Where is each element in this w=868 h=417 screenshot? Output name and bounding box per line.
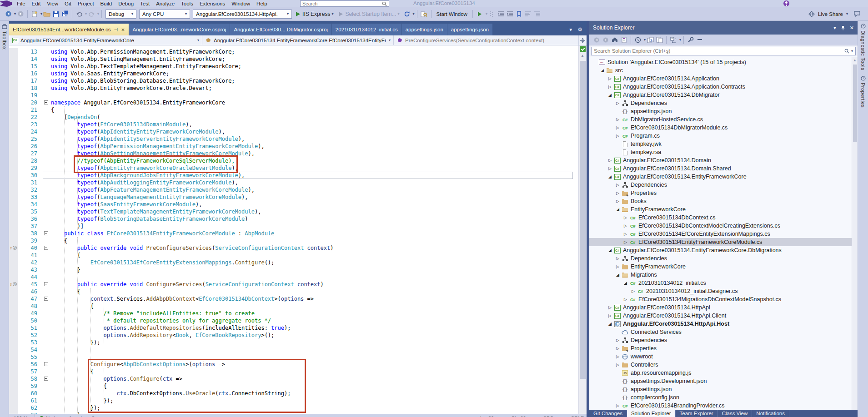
expander-collapsed-icon[interactable]: ▷ bbox=[614, 264, 621, 269]
document-tab[interactable]: appsettings.json bbox=[447, 24, 492, 35]
tree-item[interactable]: ◢Anggular.EfCore03015134.HttpApi.Host bbox=[589, 320, 852, 328]
expander-collapsed-icon[interactable]: ▷ bbox=[607, 76, 613, 81]
expander-expanded-icon[interactable]: ◢ bbox=[622, 281, 629, 285]
expander-collapsed-icon[interactable]: ▷ bbox=[614, 117, 621, 122]
navigate-back-icon[interactable] bbox=[5, 10, 12, 18]
gutter-margin[interactable] bbox=[9, 114, 18, 121]
tree-item[interactable]: ▷C#Anggular.EfCore03015134.Domain.Shared bbox=[589, 164, 852, 173]
editor-vertical-scrollbar[interactable]: ▲ bbox=[578, 45, 587, 414]
redo-dropdown[interactable]: ▾ bbox=[97, 12, 99, 16]
bottom-tab-notifications[interactable]: Notifications bbox=[752, 410, 789, 417]
gutter-margin[interactable] bbox=[9, 157, 18, 164]
expander-collapsed-icon[interactable]: ▷ bbox=[622, 232, 629, 236]
fold-margin[interactable] bbox=[42, 353, 51, 361]
gutter-margin[interactable] bbox=[9, 172, 18, 179]
fold-margin[interactable] bbox=[42, 244, 51, 252]
menu-item-file[interactable]: File bbox=[14, 0, 29, 7]
menu-item-help[interactable]: Help bbox=[253, 0, 271, 7]
menu-item-window[interactable]: Window bbox=[228, 0, 253, 7]
tree-item[interactable]: ◢EntityFrameworkCore bbox=[589, 205, 852, 213]
minus-icon[interactable] bbox=[696, 36, 703, 44]
start-without-debugging-button[interactable]: Select Startup Item...▾ bbox=[336, 9, 402, 19]
fold-margin[interactable] bbox=[42, 121, 51, 128]
save-all-icon[interactable] bbox=[61, 10, 69, 18]
uncomment-icon[interactable] bbox=[534, 10, 541, 18]
save-icon[interactable] bbox=[52, 10, 60, 18]
tree-item[interactable]: ▷C#EfCore03015134BrandingProvider.cs bbox=[589, 402, 852, 410]
fold-margin[interactable] bbox=[42, 404, 51, 412]
window-position-icon[interactable]: ▾ bbox=[833, 25, 836, 31]
expander-collapsed-icon[interactable]: ▷ bbox=[614, 134, 621, 138]
gutter-margin[interactable] bbox=[9, 70, 18, 77]
scrollbar-thumb[interactable] bbox=[580, 61, 586, 379]
tree-item[interactable]: ▷C#20210310134012_initial.Designer.cs bbox=[589, 287, 852, 295]
expander-collapsed-icon[interactable]: ▷ bbox=[622, 215, 629, 220]
gutter-margin[interactable] bbox=[9, 99, 18, 106]
gutter-margin[interactable] bbox=[9, 324, 18, 332]
collapse-box-icon[interactable] bbox=[44, 231, 48, 235]
gutter-margin[interactable] bbox=[9, 353, 18, 361]
expander-collapsed-icon[interactable]: ▷ bbox=[614, 338, 621, 343]
fold-margin[interactable] bbox=[42, 84, 51, 92]
menu-item-tools[interactable]: Tools bbox=[178, 0, 196, 7]
start-debug-target-icon[interactable] bbox=[476, 10, 483, 18]
expander-collapsed-icon[interactable]: ▷ bbox=[614, 183, 621, 187]
gutter-margin[interactable] bbox=[9, 63, 18, 70]
fold-margin[interactable] bbox=[42, 317, 51, 324]
tree-item[interactable]: ◢Migrations bbox=[589, 271, 852, 279]
expander-expanded-icon[interactable]: ◢ bbox=[599, 68, 606, 73]
gutter-margin[interactable] bbox=[9, 194, 18, 201]
tree-item[interactable]: ▷C#DbMigratorHostedService.cs bbox=[589, 115, 852, 124]
gutter-margin[interactable] bbox=[9, 143, 18, 150]
expander-expanded-icon[interactable]: ◢ bbox=[614, 207, 621, 212]
tree-item[interactable]: tempkey.jwk bbox=[589, 140, 852, 148]
preview-selected-items-icon[interactable] bbox=[656, 36, 663, 44]
breadcrumb-member-dropdown[interactable]: PreConfigureServices(ServiceConfiguratio… bbox=[394, 35, 570, 45]
gutter-margin[interactable] bbox=[9, 121, 18, 128]
gutter-margin[interactable] bbox=[9, 303, 18, 310]
gutter-margin[interactable] bbox=[9, 230, 18, 237]
zoom-level-dropdown[interactable]: 100 %▾ bbox=[12, 414, 35, 417]
expander-expanded-icon[interactable]: ◢ bbox=[607, 248, 613, 253]
tree-item[interactable]: ▷C#EfCore03015134EntityFrameworkCoreModu… bbox=[589, 238, 852, 246]
tree-item[interactable]: ▷Properties bbox=[589, 189, 852, 197]
fold-margin[interactable] bbox=[42, 375, 51, 382]
document-tab[interactable]: Anggular.EfCore030....DbMigrator.csproj bbox=[230, 24, 331, 35]
navigate-forward-icon[interactable] bbox=[17, 10, 24, 18]
close-icon[interactable]: ✕ bbox=[121, 27, 125, 32]
fold-margin[interactable] bbox=[42, 397, 51, 404]
toolbox-vertical-tab[interactable]: Toolbox bbox=[0, 21, 9, 52]
fold-margin[interactable] bbox=[42, 150, 51, 157]
gutter-margin[interactable] bbox=[9, 208, 18, 215]
health-status[interactable]: No issues found bbox=[40, 416, 82, 417]
live-share-icon[interactable] bbox=[808, 10, 815, 18]
gutter-margin[interactable] bbox=[9, 77, 18, 84]
gutter-margin[interactable] bbox=[9, 332, 18, 339]
tree-item[interactable]: ▷Dependencies bbox=[589, 254, 852, 263]
expander-expanded-icon[interactable]: ◢ bbox=[607, 93, 613, 97]
fold-margin[interactable] bbox=[42, 310, 51, 317]
gutter-margin[interactable] bbox=[9, 223, 18, 230]
sync-with-active-document-icon[interactable] bbox=[647, 36, 654, 44]
gutter-margin[interactable] bbox=[9, 186, 18, 194]
redo-icon[interactable] bbox=[88, 10, 95, 18]
gutter-margin[interactable] bbox=[9, 382, 18, 390]
collapse-all-icon[interactable] bbox=[670, 36, 677, 44]
collapse-box-icon[interactable] bbox=[44, 282, 48, 286]
tree-item[interactable]: ▷C#EfCore03015134EfCoreEntityExtensionMa… bbox=[589, 230, 852, 238]
expander-collapsed-icon[interactable]: ▷ bbox=[614, 346, 621, 351]
gutter-margin[interactable] bbox=[9, 128, 18, 135]
fold-margin[interactable] bbox=[42, 332, 51, 339]
undo-dropdown[interactable]: ▾ bbox=[85, 12, 87, 16]
pin-icon[interactable] bbox=[841, 25, 845, 30]
tree-item[interactable]: ▷Properties bbox=[589, 344, 852, 352]
tree-scrollbar[interactable]: ▲ bbox=[852, 57, 858, 410]
tree-item[interactable]: ▷Dependencies bbox=[589, 336, 852, 344]
gutter-margin[interactable] bbox=[9, 375, 18, 382]
menu-item-analyze[interactable]: Analyze bbox=[153, 0, 178, 7]
expander-collapsed-icon[interactable]: ▷ bbox=[614, 403, 621, 408]
fold-margin[interactable] bbox=[42, 273, 51, 281]
scrollbar-thumb[interactable] bbox=[853, 65, 857, 142]
tree-item[interactable]: ◢C#Anggular.EfCore03015134.DbMigrator bbox=[589, 91, 852, 99]
tree-item[interactable]: {}compilerconfig.json bbox=[589, 393, 852, 402]
